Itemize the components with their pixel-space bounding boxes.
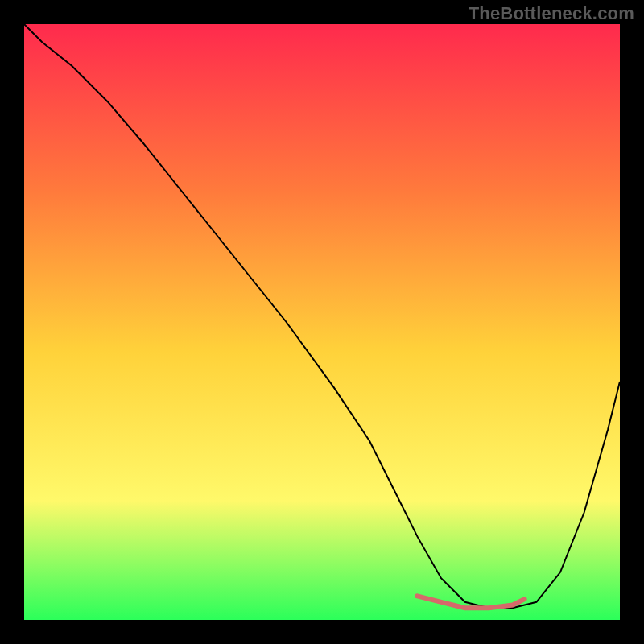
gradient-background	[24, 24, 620, 620]
plot-area	[24, 24, 620, 620]
chart-svg	[24, 24, 620, 620]
chart-frame: TheBottleneck.com	[0, 0, 644, 644]
watermark-text: TheBottleneck.com	[469, 3, 634, 24]
